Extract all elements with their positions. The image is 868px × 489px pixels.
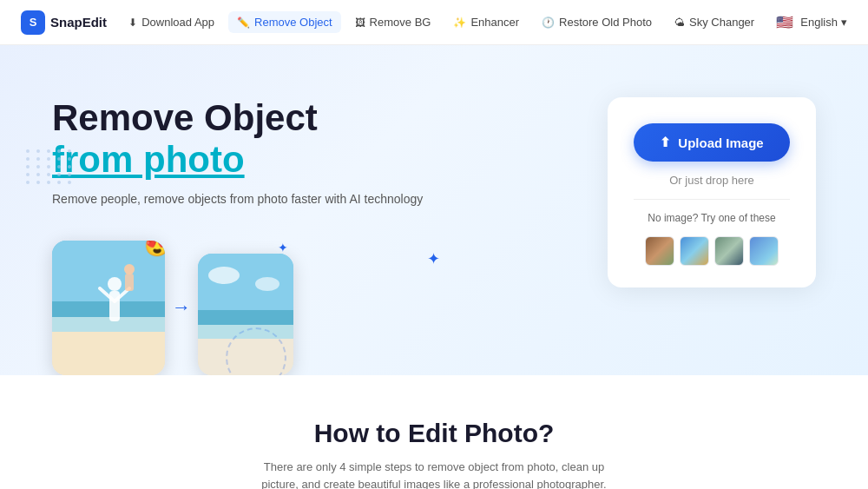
sparkle-icon-1: ✦ <box>427 249 440 268</box>
hero-subtitle: Remove people, remove objects from photo… <box>52 192 423 206</box>
how-title: How to Edit Photo? <box>52 419 816 448</box>
svg-point-4 <box>108 277 122 291</box>
logo-icon: S <box>21 10 45 35</box>
how-subtitle: There are only 4 simple steps to remove … <box>260 459 608 489</box>
dots-decoration <box>26 149 74 184</box>
nav-right: 🇺🇸 English ▾ <box>776 14 847 30</box>
svg-point-8 <box>124 264 135 274</box>
image-icon: 🖼 <box>355 17 365 29</box>
nav-remove-bg-label: Remove BG <box>370 16 431 29</box>
hero-title: Remove Object from photo <box>52 97 423 182</box>
drop-text: Or just drop here <box>669 174 754 187</box>
language-label: English <box>800 16 838 29</box>
nav-sky-label: Sky Changer <box>689 16 754 29</box>
nav-sky-changer[interactable]: 🌤 Sky Changer <box>666 11 763 33</box>
svg-point-15 <box>255 277 279 291</box>
edit-icon: ✏️ <box>237 17 250 29</box>
divider <box>634 199 790 200</box>
nav-restore-photo[interactable]: 🕐 Restore Old Photo <box>533 11 661 33</box>
nav-remove-object-label: Remove Object <box>254 16 332 29</box>
before-photo: 😍 <box>52 241 165 375</box>
nav-download-app[interactable]: ⬇ Download App <box>120 11 223 33</box>
upload-card: ⬆ Upload Image Or just drop here No imag… <box>608 97 816 287</box>
upload-button-label: Upload Image <box>678 135 763 150</box>
nav-download-app-label: Download App <box>141 16 214 29</box>
how-to-section: How to Edit Photo? There are only 4 simp… <box>0 375 868 489</box>
nav-remove-object[interactable]: ✏️ Remove Object <box>228 11 341 33</box>
sample-thumb-4[interactable] <box>749 236 779 266</box>
cloud-icon: 🌤 <box>674 17 685 29</box>
sample-thumb-3[interactable] <box>714 236 744 266</box>
chevron-down-icon: ▾ <box>841 16 847 29</box>
clock-icon: 🕐 <box>542 17 555 29</box>
hero-title-line2: from photo <box>52 139 245 180</box>
emoji-decoration: 😍 <box>144 241 165 258</box>
svg-rect-1 <box>52 301 165 319</box>
nav-enhancer[interactable]: ✨ Enhancer <box>444 11 528 33</box>
sparkle-icon-2: ✦ <box>278 241 288 254</box>
sample-images <box>645 236 779 266</box>
hero-section: Remove Object from photo Remove people, … <box>0 45 868 375</box>
flag-icon: 🇺🇸 <box>776 14 793 30</box>
hero-title-line1: Remove Object <box>52 97 318 138</box>
upload-image-button[interactable]: ⬆ Upload Image <box>634 123 790 162</box>
nav-links: ⬇ Download App ✏️ Remove Object 🖼 Remove… <box>120 11 763 33</box>
arrow-right-icon: → <box>172 296 191 319</box>
upload-icon: ⬆ <box>660 135 671 150</box>
svg-rect-3 <box>52 332 165 375</box>
nav-remove-bg[interactable]: 🖼 Remove BG <box>346 11 440 33</box>
sample-label: No image? Try one of these <box>648 212 775 224</box>
svg-rect-9 <box>125 274 134 291</box>
svg-point-14 <box>208 267 240 284</box>
hero-text: Remove Object from photo Remove people, … <box>52 89 423 375</box>
language-selector[interactable]: English ▾ <box>800 16 847 29</box>
brand-name: SnapEdit <box>50 15 107 30</box>
download-icon: ⬇ <box>128 17 137 29</box>
navbar: S SnapEdit ⬇ Download App ✏️ Remove Obje… <box>0 0 868 45</box>
sparkle-icon: ✨ <box>453 17 466 29</box>
sample-thumb-1[interactable] <box>645 236 674 266</box>
sample-thumb-2[interactable] <box>680 236 709 266</box>
nav-enhancer-label: Enhancer <box>470 16 519 29</box>
logo[interactable]: S SnapEdit <box>21 10 107 35</box>
nav-restore-label: Restore Old Photo <box>559 16 652 29</box>
svg-rect-5 <box>109 291 120 321</box>
